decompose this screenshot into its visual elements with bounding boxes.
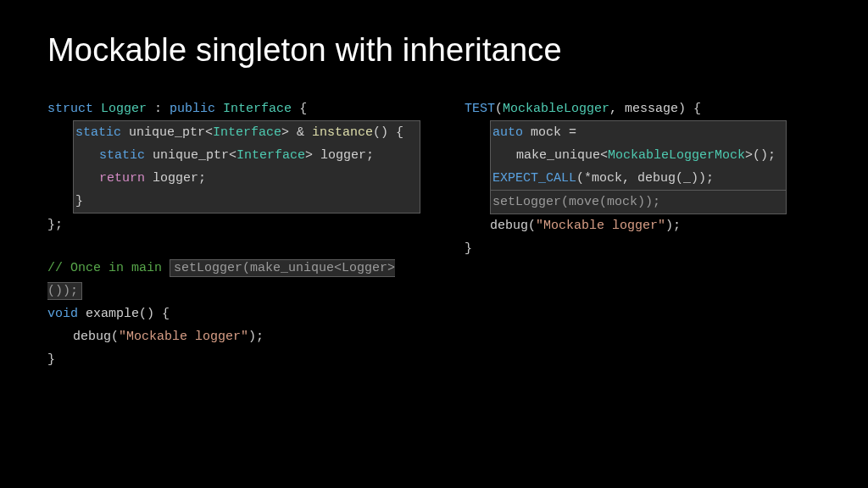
txt: make_unique< [516, 148, 608, 163]
txt: ( [495, 102, 503, 116]
txt: logger; [153, 171, 206, 186]
kw: public [170, 102, 215, 116]
type: Interface [213, 125, 281, 140]
code-right: TEST(MockableLogger, message) { auto moc… [465, 97, 787, 391]
string: "Mockable logger" [536, 219, 665, 233]
punct: { [299, 102, 307, 116]
fn: instance [312, 125, 373, 140]
slide: Mockable singleton with inheritance stru… [0, 0, 868, 488]
comment: // Once in main [47, 261, 170, 275]
string: "Mockable logger" [119, 330, 248, 344]
type: Interface [223, 102, 292, 116]
kw: void [47, 307, 78, 321]
macro: TEST [465, 102, 495, 116]
kw: struct [47, 102, 93, 116]
code-line: static unique_ptr<Interface> & instance(… [74, 121, 420, 144]
type: Interface [236, 148, 305, 163]
highlight-box: setLogger(move(mock)); [490, 191, 787, 214]
txt: > & [281, 125, 312, 140]
type: MockableLoggerMock [608, 148, 745, 163]
code-line: void example() { [47, 302, 420, 325]
code-line: make_unique<MockableLoggerMock>(); [491, 144, 786, 167]
txt: (*mock, debug(_)); [576, 171, 714, 186]
highlight-box: auto mock = make_unique<MockableLoggerMo… [490, 120, 787, 191]
code-line: EXPECT_CALL(*mock, debug(_)); [491, 167, 786, 190]
txt: , message) { [609, 102, 701, 116]
code-line: return logger; [74, 167, 420, 190]
code-line: static unique_ptr<Interface> logger; [74, 144, 420, 167]
code-line: } [74, 190, 420, 213]
code-line: } [47, 348, 420, 371]
txt: debug( [73, 330, 119, 344]
type: MockableLogger [503, 102, 609, 116]
txt: unique_ptr< [153, 148, 236, 163]
code-line: struct Logger : public Interface { [47, 97, 420, 120]
code-line: } [465, 237, 787, 260]
columns: struct Logger : public Interface { stati… [47, 97, 821, 391]
txt: mock = [531, 125, 576, 140]
kw: auto [492, 125, 523, 140]
code-line: }; [47, 214, 420, 236]
txt: ); [665, 219, 681, 233]
txt: debug( [490, 219, 536, 233]
highlight-box: static unique_ptr<Interface> & instance(… [73, 120, 420, 214]
kw: static [75, 125, 121, 140]
type: Logger [101, 102, 147, 116]
txt: unique_ptr< [129, 125, 213, 140]
code-line: setLogger(move(mock)); [492, 191, 786, 214]
txt: ); [248, 330, 264, 344]
code-line: // Once in main setLogger(make_unique<Lo… [47, 257, 420, 302]
code-line: TEST(MockableLogger, message) { [465, 97, 787, 120]
punct: : [154, 102, 170, 116]
macro: EXPECT_CALL [492, 171, 576, 186]
code-line: auto mock = [491, 121, 786, 144]
code-line: debug("Mockable logger"); [465, 214, 787, 237]
txt: () { [373, 125, 403, 140]
slide-title: Mockable singleton with inheritance [47, 32, 821, 69]
code-left: struct Logger : public Interface { stati… [47, 97, 420, 391]
kw: static [99, 148, 145, 163]
txt: >(); [745, 148, 776, 163]
txt: example() { [86, 307, 170, 321]
code-line: debug("Mockable logger"); [47, 325, 420, 348]
kw: return [99, 171, 145, 186]
txt: > logger; [305, 148, 374, 163]
